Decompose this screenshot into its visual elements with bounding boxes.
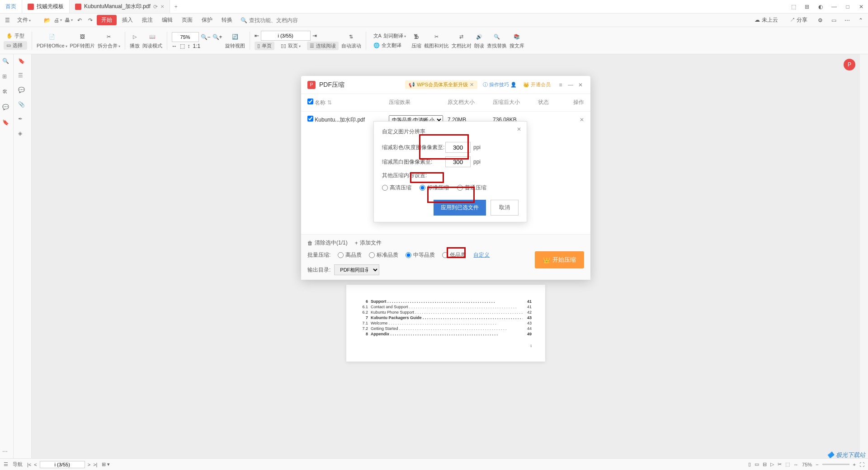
actual-size-icon[interactable]: 1:1	[193, 43, 201, 49]
bookmark-icon[interactable]: 🔖	[18, 58, 27, 67]
menu-start[interactable]: 开始	[97, 15, 117, 25]
compress-normal[interactable]: 普通压缩	[457, 184, 486, 192]
open-icon[interactable]: 📂	[42, 16, 52, 25]
share-button[interactable]: ↗ 分享	[786, 15, 811, 25]
continuous[interactable]: ☰ 连续阅读	[307, 42, 339, 50]
search-box[interactable]: 🔍	[238, 17, 315, 24]
select-all-checkbox[interactable]	[307, 99, 313, 104]
zoom-select[interactable]	[172, 32, 199, 42]
outline-icon[interactable]: ☰	[18, 72, 27, 81]
screenshot-tool[interactable]: ✂截图和对比	[424, 27, 449, 54]
dialog-min-icon[interactable]: —	[567, 82, 574, 88]
redo-icon[interactable]: ↷	[86, 16, 95, 25]
not-cloud[interactable]: ☁ 未上云	[751, 15, 781, 25]
fit-width-icon[interactable]: ↔	[172, 43, 177, 49]
apply-button[interactable]: 应用到已选文件	[434, 200, 486, 216]
menu-insert[interactable]: 插入	[118, 15, 137, 25]
layout-icon[interactable]: ⊞	[800, 0, 814, 14]
clear-selected[interactable]: 🗑 清除选中(1/1)	[307, 239, 348, 247]
sb-page-input[interactable]	[40, 461, 85, 461]
rotate-view[interactable]: 🔄旋转视图	[225, 27, 245, 54]
double-page[interactable]: ▯▯ 双页	[278, 42, 303, 50]
settings-icon[interactable]: ⚙	[816, 16, 825, 25]
page-input[interactable]	[261, 31, 311, 41]
single-page[interactable]: ▯ 单页	[255, 42, 274, 50]
bw-ppi-input[interactable]	[445, 156, 471, 167]
menu-edit[interactable]: 编辑	[158, 15, 176, 25]
menu-protect[interactable]: 保护	[198, 15, 216, 25]
row-remove-icon[interactable]: ✕	[580, 117, 584, 123]
bookmark-panel-icon[interactable]: 🔖	[2, 119, 11, 128]
read-mode[interactable]: 📖阅读模式	[142, 27, 162, 54]
save-icon[interactable]: 🖨	[53, 16, 62, 25]
theme-icon[interactable]: ◐	[814, 0, 827, 14]
subdialog-close-icon[interactable]: ✕	[517, 126, 521, 132]
attachment-icon[interactable]: 📎	[18, 101, 27, 110]
custom-link[interactable]: 自定义	[473, 251, 490, 259]
dialog-menu-icon[interactable]: ≡	[557, 82, 564, 88]
note-icon[interactable]: 💬	[18, 87, 27, 96]
row-checkbox[interactable]	[307, 116, 313, 122]
search-tab-icon[interactable]: 🔍	[2, 58, 11, 67]
zoom-out-icon[interactable]: 🔍−	[201, 34, 211, 40]
pdf-to-office[interactable]: 📄PDF转Office	[37, 27, 67, 54]
tab-pdf-active[interactable]: KubuntuManual_加水印.pdf ⟳ ✕	[70, 0, 170, 13]
find-replace[interactable]: 🔍查找替换	[487, 27, 507, 54]
doc-library[interactable]: 📚搜文库	[509, 27, 524, 54]
menu-review[interactable]: 批注	[138, 15, 156, 25]
add-file[interactable]: + 添加文件	[355, 239, 382, 247]
tab-home[interactable]: 首页	[0, 0, 22, 13]
search-input[interactable]	[249, 17, 312, 24]
floating-badge[interactable]: P	[844, 59, 855, 70]
output-dir-select[interactable]: PDF相同目录	[334, 264, 379, 275]
page-last-icon[interactable]: ⇥	[312, 33, 317, 39]
menu-convert[interactable]: 转换	[218, 15, 236, 25]
tab-close-icon[interactable]: ✕	[160, 4, 164, 9]
layers-icon[interactable]: ◈	[18, 130, 27, 139]
play[interactable]: ▷播放	[130, 27, 140, 54]
compress-hq[interactable]: 高清压缩	[382, 184, 411, 192]
tools-icon[interactable]: 🛠	[2, 89, 11, 98]
compress-tool[interactable]: 🗜压缩	[411, 27, 421, 54]
pdf-to-image[interactable]: 🖼PDF转图片	[70, 27, 95, 54]
auto-scroll[interactable]: ⇅自动滚动	[341, 27, 361, 54]
start-compress-button[interactable]: 👑 开始压缩	[535, 251, 584, 268]
vip-link[interactable]: 👑 开通会员	[523, 81, 551, 88]
cancel-button[interactable]: 取消	[491, 200, 519, 216]
window-mode-icon[interactable]: ▭	[829, 16, 838, 25]
dialog-close-icon[interactable]: ✕	[577, 82, 584, 88]
maximize-button[interactable]: □	[841, 0, 854, 14]
undo-icon[interactable]: ↶	[75, 16, 84, 25]
page-first-icon[interactable]: ⇤	[255, 33, 259, 39]
scrollbar-right[interactable]	[860, 54, 868, 461]
quality-low[interactable]: 低品质	[442, 251, 466, 259]
minimize-button[interactable]: —	[827, 0, 841, 14]
layout2-icon[interactable]: ⬚	[787, 0, 800, 14]
quality-medium[interactable]: 中等品质	[406, 251, 435, 259]
compare-tool[interactable]: ⇄文档比对	[452, 27, 472, 54]
word-translate[interactable]: 文A 划词翻译	[371, 32, 409, 40]
signature-icon[interactable]: ✒	[18, 116, 27, 125]
menu-page[interactable]: 页面	[178, 15, 196, 25]
quality-standard[interactable]: 标准品质	[369, 251, 398, 259]
close-button[interactable]: ✕	[854, 0, 868, 14]
print-icon[interactable]: 🖶	[64, 16, 73, 25]
hand-tool[interactable]: ✋ 手型	[4, 32, 27, 40]
compress-standard[interactable]: 标准压缩	[420, 184, 449, 192]
select-tool[interactable]: ▭ 选择	[4, 41, 27, 50]
more-panel-icon[interactable]: ⋯	[2, 448, 11, 457]
split-merge[interactable]: ✂拆分合并	[98, 27, 120, 54]
color-ppi-input[interactable]	[445, 142, 471, 153]
read-aloud[interactable]: 🔊朗读	[474, 27, 484, 54]
tab-template[interactable]: 找贼壳模板	[22, 0, 70, 13]
full-translate[interactable]: 🌐 全文翻译	[371, 41, 409, 50]
comments-icon[interactable]: 💬	[2, 104, 11, 113]
fit-height-icon[interactable]: ↕	[188, 43, 190, 49]
tips-link[interactable]: ⓘ 操作技巧 👤	[483, 81, 517, 88]
quality-high[interactable]: 高品质	[338, 251, 362, 259]
collapse-icon[interactable]: ⌃	[856, 16, 865, 25]
fit-page-icon[interactable]: ⬚	[180, 43, 185, 49]
hamburger-icon[interactable]: ☰	[3, 16, 12, 25]
tab-refresh-icon[interactable]: ⟳	[153, 4, 158, 10]
thumbnails-icon[interactable]: ⊞	[2, 73, 11, 82]
